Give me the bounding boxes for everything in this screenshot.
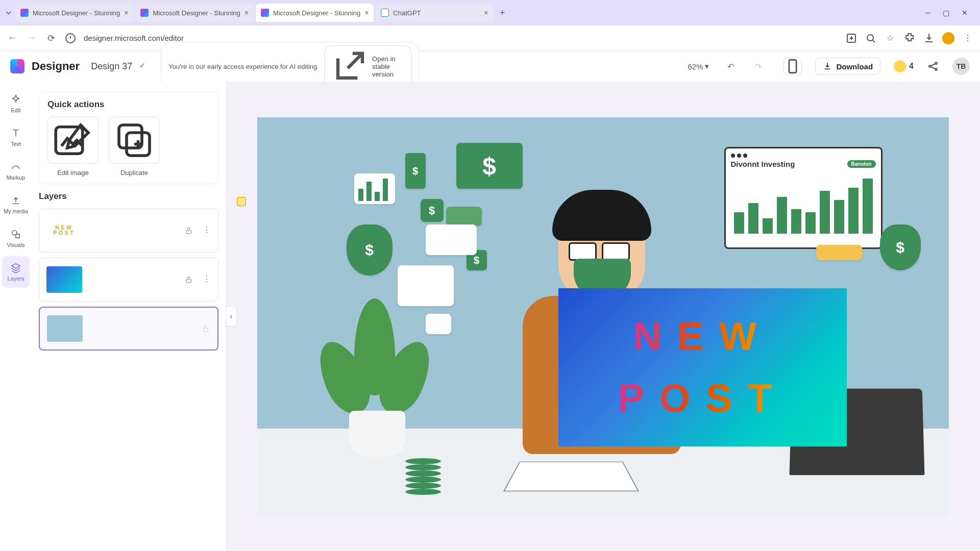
close-icon[interactable]: × — [484, 9, 488, 17]
download-button[interactable]: Download — [815, 58, 880, 75]
cursor-highlight — [237, 197, 246, 206]
rail-markup[interactable]: Markup — [2, 155, 30, 187]
quick-actions-card: Quick actions Edit image Duplicate — [39, 92, 218, 184]
close-icon[interactable]: × — [124, 9, 128, 17]
edit-image-icon — [48, 117, 98, 163]
artboard[interactable]: $ $ $ $ $ Divonnt InvestingBanoion — [257, 117, 949, 515]
svg-rect-17 — [375, 192, 380, 201]
downloads-icon[interactable] — [923, 32, 935, 44]
svg-rect-12 — [187, 230, 191, 234]
rail-media[interactable]: My media — [2, 189, 30, 220]
browser-tab-1[interactable]: Microsoft Designer - Stunning × — [15, 4, 133, 22]
design-name[interactable]: Design 37 — [91, 61, 132, 72]
svg-rect-18 — [383, 179, 388, 201]
svg-rect-14 — [204, 328, 208, 332]
dollar-coin-card-icon: $ — [456, 143, 523, 189]
close-icon[interactable]: × — [364, 9, 369, 17]
side-panel: Quick actions Edit image Duplicate Layer… — [32, 82, 226, 551]
monitor-badge: Banoion — [847, 160, 876, 168]
new-post-overlay[interactable]: NEW POST — [558, 288, 847, 446]
share-icon[interactable] — [927, 60, 939, 72]
rail-layers[interactable]: Layers — [2, 256, 30, 288]
forward-icon[interactable]: → — [26, 32, 38, 44]
sparkle-icon — [10, 94, 21, 105]
sync-status-icon[interactable]: ✓ — [139, 61, 150, 71]
user-avatar[interactable]: TB — [952, 58, 970, 75]
address-bar: ← → ⟳ designer.microsoft.com/editor ☆ ⋮ — [0, 26, 980, 51]
rail-edit[interactable]: Edit — [2, 88, 30, 119]
bill-icon — [446, 207, 482, 226]
bookmark-icon[interactable]: ☆ — [884, 32, 896, 44]
layers-icon — [10, 262, 21, 273]
layer-thumb-text: NEWPOST — [46, 217, 82, 244]
layer-gradient[interactable]: ⋮ — [39, 258, 218, 302]
tab-title: ChatGPT — [393, 9, 421, 17]
device-preview-button[interactable] — [783, 57, 802, 76]
text-icon — [10, 128, 21, 139]
browser-tab-2[interactable]: Microsoft Designer - Stunning × — [135, 4, 253, 22]
canvas-area[interactable]: ‹ $ $ $ $ $ — [226, 82, 980, 551]
notebook-icon — [503, 462, 639, 491]
rail-text[interactable]: Text — [2, 121, 30, 153]
bar-chart-card-icon — [354, 173, 395, 204]
layer-lock-icon[interactable] — [201, 323, 210, 334]
collapse-panel-button[interactable]: ‹ — [226, 306, 237, 327]
highlight-strip-icon — [816, 245, 862, 260]
back-icon[interactable]: ← — [6, 32, 18, 44]
install-icon[interactable] — [845, 32, 857, 44]
designer-logo-icon[interactable] — [10, 59, 24, 73]
column-chart — [731, 172, 876, 234]
download-icon — [823, 62, 832, 71]
upload-icon — [10, 195, 21, 206]
zoom-icon[interactable] — [865, 32, 877, 44]
designer-favicon-icon — [140, 9, 149, 17]
tab-title: Microsoft Designer - Stunning — [33, 9, 120, 17]
document-card-icon — [426, 224, 477, 255]
coin-stack-icon — [405, 449, 461, 495]
profile-avatar-icon[interactable] — [942, 32, 954, 44]
close-window-icon[interactable]: ✕ — [962, 9, 968, 17]
site-info-icon[interactable] — [64, 32, 77, 44]
dollar-tile-icon: $ — [421, 199, 444, 222]
tab-search-icon[interactable] — [4, 8, 13, 17]
undo-icon[interactable]: ↶ — [724, 60, 737, 72]
overlay-line1: NEW — [633, 313, 772, 360]
new-tab-button[interactable]: + — [495, 6, 509, 20]
credit-coin-icon — [894, 60, 906, 72]
layer-text[interactable]: NEWPOST ⋮ — [39, 209, 218, 253]
layer-lock-icon[interactable] — [184, 225, 193, 236]
overlay-line2: POST — [618, 375, 787, 421]
credits-counter[interactable]: 4 — [894, 60, 914, 72]
dollar-tube-icon: $ — [405, 153, 426, 189]
duplicate-button[interactable] — [109, 117, 160, 164]
edit-image-button[interactable] — [47, 117, 99, 164]
maximize-icon[interactable]: ▢ — [943, 9, 949, 17]
layer-lock-icon[interactable] — [184, 274, 193, 285]
app-toolbar: Designer Design 37 ✓ You're in our early… — [0, 51, 980, 82]
markup-icon — [10, 161, 21, 172]
minimize-icon[interactable]: ─ — [925, 9, 930, 17]
monitor-window: Divonnt InvestingBanoion — [724, 147, 883, 249]
redo-icon[interactable]: ↷ — [752, 60, 764, 72]
chart-card-icon — [398, 265, 454, 306]
layer-image[interactable] — [39, 307, 218, 350]
open-stable-button[interactable]: Open in stable version — [324, 45, 411, 88]
browser-tab-4[interactable]: ChatGPT × — [376, 4, 493, 22]
extensions-icon[interactable] — [903, 32, 916, 44]
layer-more-icon[interactable]: ⋮ — [203, 225, 211, 236]
duplicate-icon — [109, 117, 159, 163]
layer-more-icon[interactable]: ⋮ — [203, 274, 211, 285]
url-field[interactable]: designer.microsoft.com/editor — [84, 34, 838, 42]
rail-visuals[interactable]: Visuals — [2, 222, 30, 254]
zoom-control[interactable]: 62% ▾ — [688, 62, 709, 71]
money-bag-icon: $ — [880, 224, 921, 270]
browser-tab-3[interactable]: Microsoft Designer - Stunning × — [256, 4, 374, 22]
tab-title: Microsoft Designer - Stunning — [273, 9, 360, 17]
reload-icon[interactable]: ⟳ — [45, 32, 57, 44]
svg-rect-15 — [358, 189, 363, 201]
designer-favicon-icon — [20, 9, 29, 17]
menu-icon[interactable]: ⋮ — [962, 32, 974, 44]
close-icon[interactable]: × — [244, 9, 249, 17]
mini-chart-icon — [426, 314, 451, 334]
svg-point-2 — [867, 35, 873, 41]
